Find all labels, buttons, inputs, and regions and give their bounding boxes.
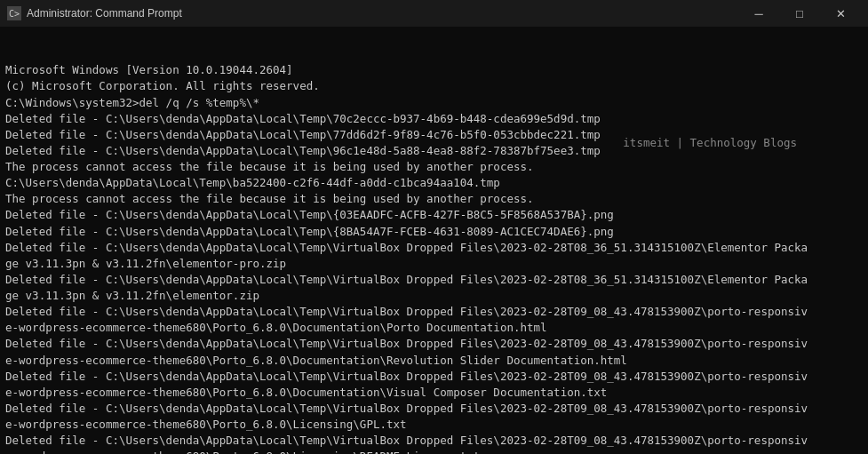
- terminal-line: Deleted file - C:\Users\denda\AppData\Lo…: [5, 401, 863, 417]
- terminal-line: Deleted file - C:\Users\denda\AppData\Lo…: [5, 207, 863, 223]
- terminal-line: ge v3.11.3pn & v3.11.2fn\elementor-pro.z…: [5, 256, 863, 272]
- terminal-line: e-wordpress-ecommerce-theme680\Porto_6.8…: [5, 449, 863, 454]
- terminal-line: ge v3.11.3pn & v3.11.2fn\elementor.zip: [5, 288, 863, 304]
- terminal-line: Deleted file - C:\Users\denda\AppData\Lo…: [5, 336, 863, 352]
- maximize-button[interactable]: □: [779, 0, 820, 27]
- terminal-line: C:\Users\denda\AppData\Local\Temp\ba5224…: [5, 175, 863, 191]
- terminal-line: Deleted file - C:\Users\denda\AppData\Lo…: [5, 369, 863, 385]
- terminal-line: Deleted file - C:\Users\denda\AppData\Lo…: [5, 240, 863, 256]
- terminal-line: Deleted file - C:\Users\denda\AppData\Lo…: [5, 433, 863, 449]
- titlebar-left: C> Administrator: Command Prompt: [7, 6, 182, 20]
- terminal-area[interactable]: Microsoft Windows [Version 10.0.19044.26…: [0, 27, 868, 454]
- terminal-output: Microsoft Windows [Version 10.0.19044.26…: [5, 62, 863, 454]
- terminal-line: C:\Windows\system32>del /q /s %temp%\*: [5, 95, 863, 111]
- terminal-line: e-wordpress-ecommerce-theme680\Porto_6.8…: [5, 320, 863, 336]
- terminal-line: The process cannot access the file becau…: [5, 191, 863, 207]
- terminal-line: Microsoft Windows [Version 10.0.19044.26…: [5, 62, 863, 78]
- titlebar: C> Administrator: Command Prompt ─ □ ✕: [0, 0, 868, 27]
- terminal-line: Deleted file - C:\Users\denda\AppData\Lo…: [5, 127, 863, 143]
- terminal-line: Deleted file - C:\Users\denda\AppData\Lo…: [5, 111, 863, 127]
- terminal-line: Deleted file - C:\Users\denda\AppData\Lo…: [5, 272, 863, 288]
- cmd-icon: C>: [7, 6, 21, 20]
- terminal-line: The process cannot access the file becau…: [5, 159, 863, 175]
- terminal-line: (c) Microsoft Corporation. All rights re…: [5, 78, 863, 94]
- titlebar-controls: ─ □ ✕: [738, 0, 861, 27]
- terminal-line: e-wordpress-ecommerce-theme680\Porto_6.8…: [5, 417, 863, 433]
- titlebar-title: Administrator: Command Prompt: [27, 7, 182, 20]
- terminal-line: e-wordpress-ecommerce-theme680\Porto_6.8…: [5, 385, 863, 401]
- terminal-line: e-wordpress-ecommerce-theme680\Porto_6.8…: [5, 353, 863, 369]
- terminal-line: Deleted file - C:\Users\denda\AppData\Lo…: [5, 304, 863, 320]
- close-button[interactable]: ✕: [820, 0, 861, 27]
- terminal-line: Deleted file - C:\Users\denda\AppData\Lo…: [5, 224, 863, 240]
- minimize-button[interactable]: ─: [738, 0, 779, 27]
- terminal-line: Deleted file - C:\Users\denda\AppData\Lo…: [5, 143, 863, 159]
